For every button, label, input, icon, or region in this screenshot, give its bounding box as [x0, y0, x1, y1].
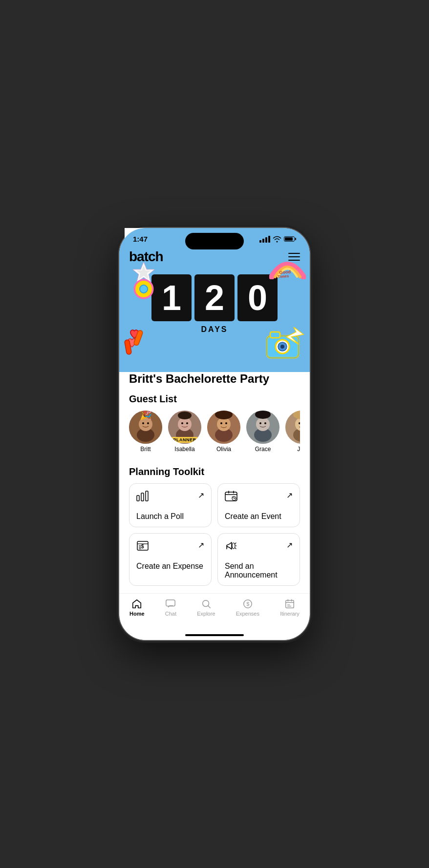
svg-point-35: [256, 417, 270, 431]
svg-rect-8: [124, 339, 131, 354]
dynamic-island: [185, 233, 244, 249]
guest-name-jen: Jen: [297, 446, 300, 453]
svg-point-37: [264, 422, 266, 424]
svg-text:$: $: [246, 601, 249, 607]
countdown-area: 1 2 0 DAYS: [119, 274, 310, 334]
toolkit-grid: ↗ Launch a Poll: [129, 483, 300, 586]
guest-avatar-jen: [285, 411, 300, 444]
expenses-icon: $: [242, 599, 253, 609]
toolkit-title: Planning Toolkit: [129, 466, 300, 477]
nav-item-expenses[interactable]: $ Expenses: [236, 599, 259, 617]
signal-bars-icon: [259, 236, 270, 243]
home-bar: [185, 634, 244, 636]
svg-point-12: [278, 342, 287, 351]
menu-button[interactable]: [288, 253, 300, 261]
guest-list: 🎉 Britt: [129, 411, 300, 456]
svg-rect-10: [267, 336, 299, 358]
guest-grace[interactable]: Grace: [246, 411, 279, 453]
svg-point-29: [217, 417, 231, 431]
svg-rect-46: [141, 493, 144, 501]
status-time: 1:47: [133, 235, 148, 243]
svg-point-36: [259, 422, 261, 424]
battery-icon: [284, 236, 296, 242]
nav-label-home: Home: [129, 611, 145, 617]
svg-rect-71: [286, 600, 294, 608]
toolkit-card-announcement[interactable]: ↗ Send an Announcement: [217, 533, 300, 586]
svg-point-24: [181, 422, 183, 424]
guest-avatar-isabella: PLANNER: [168, 411, 201, 444]
status-icons: [259, 236, 296, 243]
event-icon: [225, 491, 237, 504]
toolkit-card-poll[interactable]: ↗ Launch a Poll: [129, 483, 212, 527]
guest-name-isabella: Isabella: [174, 446, 194, 453]
guest-avatar-britt: 🎉: [129, 411, 162, 444]
toolkit-card-announcement-header: ↗: [225, 540, 293, 554]
svg-point-31: [225, 422, 227, 424]
nav-label-explore: Explore: [197, 611, 215, 617]
svg-line-68: [208, 606, 211, 608]
guest-name-britt: Britt: [140, 446, 150, 453]
guest-avatar-grace: [246, 411, 279, 444]
svg-point-13: [280, 345, 284, 349]
event-arrow-icon: ↗: [286, 491, 293, 500]
svg-rect-9: [267, 336, 299, 358]
digit-2: 2: [194, 274, 235, 321]
nav-label-expenses: Expenses: [236, 611, 259, 617]
itinerary-icon: [284, 599, 295, 609]
guest-list-title: Guest List: [129, 393, 300, 405]
countdown-digits: 1 2 0: [151, 274, 278, 321]
svg-line-63: [235, 543, 236, 544]
app-logo: batch: [129, 249, 163, 265]
guest-name-olivia: Olivia: [216, 446, 231, 453]
expense-icon: $: [136, 540, 149, 554]
toolkit-card-expense[interactable]: $ ↗ Create an Expense: [129, 533, 212, 586]
toolkit-card-expense-header: $ ↗: [136, 540, 204, 554]
digit-1: 1: [151, 274, 192, 321]
wifi-icon: [273, 236, 281, 243]
svg-rect-66: [166, 600, 175, 606]
svg-point-26: [178, 412, 192, 419]
announcement-icon: [225, 540, 237, 554]
poll-label: Launch a Poll: [136, 512, 204, 521]
svg-point-11: [276, 340, 289, 353]
guest-isabella[interactable]: PLANNER Isabella: [168, 411, 201, 453]
nav-item-home[interactable]: Home: [129, 599, 145, 617]
announcement-arrow-icon: ↗: [286, 540, 293, 550]
announcement-label: Send an Announcement: [225, 562, 293, 579]
svg-text:$: $: [141, 544, 144, 549]
planner-badge: PLANNER: [171, 437, 198, 443]
guest-jen[interactable]: Jen: [285, 411, 300, 453]
svg-rect-48: [225, 492, 237, 501]
home-indicator: [119, 630, 310, 640]
guest-avatar-olivia: [207, 411, 240, 444]
phone-screen: 1:47: [119, 228, 310, 640]
chat-icon: [165, 599, 176, 609]
home-icon: [131, 599, 142, 609]
guest-olivia[interactable]: Olivia: [207, 411, 240, 453]
svg-point-30: [220, 422, 222, 424]
svg-rect-47: [146, 491, 148, 501]
svg-rect-45: [137, 496, 139, 501]
poll-arrow-icon: ↗: [198, 491, 204, 500]
toolkit-card-poll-header: ↗: [136, 491, 204, 504]
nav-item-explore[interactable]: Explore: [197, 599, 215, 617]
nav-label-chat: Chat: [165, 611, 176, 617]
event-label: Create an Event: [225, 512, 293, 521]
party-hat-icon: 🎉: [140, 411, 152, 420]
toolkit-card-event[interactable]: ↗ Create an Event: [217, 483, 300, 527]
nav-item-itinerary[interactable]: Itinerary: [280, 599, 300, 617]
guest-britt[interactable]: 🎉 Britt: [129, 411, 162, 453]
hero-section: batch Goo: [119, 245, 310, 372]
party-title: Britt's Bachelorette Party: [129, 372, 300, 386]
toolkit-card-event-header: ↗: [225, 491, 293, 504]
poll-icon: [136, 491, 149, 504]
expense-arrow-icon: ↗: [198, 540, 204, 550]
svg-point-62: [232, 543, 235, 549]
svg-point-20: [147, 422, 149, 424]
nav-item-chat[interactable]: Chat: [165, 599, 176, 617]
svg-point-25: [186, 422, 188, 424]
svg-point-19: [142, 422, 144, 424]
phone-frame: 1:47: [119, 228, 310, 640]
content-area: Britt's Bachelorette Party Guest List 🎉: [119, 362, 310, 593]
digit-3: 0: [237, 274, 278, 321]
